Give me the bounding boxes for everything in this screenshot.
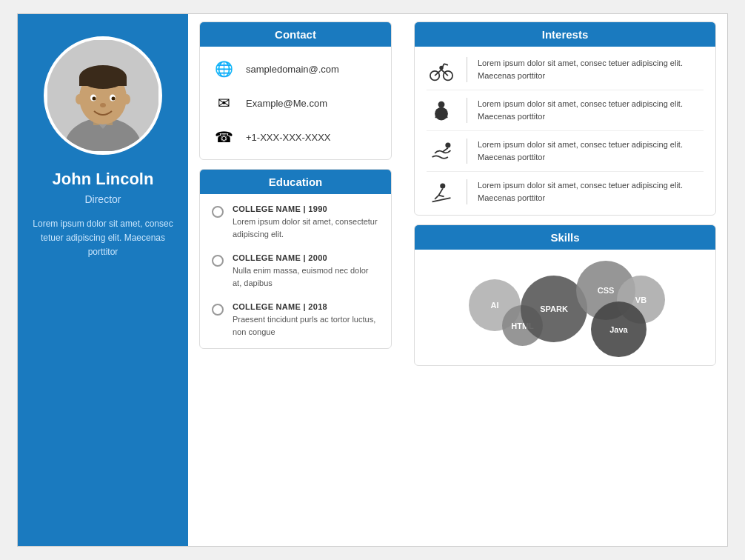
education-body: COLLEGE NAME | 1990 Lorem ipsum dolor si…: [200, 194, 391, 348]
globe-icon: 🌐: [212, 57, 235, 81]
edu-desc: Lorem ipsum dolor sit amet, consectetur …: [233, 216, 379, 240]
skills-body: AIHTMLSPARKCSSVBJava: [415, 250, 715, 365]
contact-text: Example@Me.com: [246, 98, 327, 109]
contact-item: 🌐 sampledomain@.com: [212, 57, 379, 81]
person-name: John Lincoln: [53, 170, 154, 189]
edu-dot: [212, 255, 224, 267]
education-item: COLLEGE NAME | 1990 Lorem ipsum dolor si…: [212, 204, 379, 240]
interest-text: Lorem ipsum dolor sit amet, consec tetue…: [478, 139, 704, 164]
interests-card: Interests Lorem ipsum dolor sit amet, co…: [414, 21, 716, 216]
contact-body: 🌐 sampledomain@.com ✉ Example@Me.com ☎ +…: [200, 47, 391, 159]
swimming-icon: [427, 139, 456, 164]
right-column: Interests Lorem ipsum dolor sit amet, co…: [403, 14, 727, 546]
education-header: Education: [200, 170, 391, 194]
skills-header: Skills: [415, 225, 715, 250]
skill-circle: Java: [591, 301, 647, 357]
edu-title: COLLEGE NAME | 1990: [233, 204, 379, 213]
middle-column: Contact 🌐 sampledomain@.com ✉ Example@Me…: [188, 14, 403, 546]
interest-divider: [467, 179, 467, 204]
interest-text: Lorem ipsum dolor sit amet, consec tetue…: [478, 98, 704, 123]
education-item: COLLEGE NAME | 2018 Praesent tincidunt p…: [212, 302, 379, 338]
skills-card: Skills AIHTMLSPARKCSSVBJava: [414, 224, 716, 366]
edu-dot: [212, 304, 224, 316]
edu-dot: [212, 206, 224, 218]
interest-item: Lorem ipsum dolor sit amet, consec tetue…: [427, 50, 704, 90]
interest-text: Lorem ipsum dolor sit amet, consec tetue…: [478, 57, 704, 82]
email-icon: ✉: [212, 91, 235, 115]
football-icon: [427, 98, 456, 123]
avatar: [44, 36, 162, 155]
education-item: COLLEGE NAME | 2000 Nulla enim massa, eu…: [212, 253, 379, 289]
contact-header: Contact: [200, 22, 391, 47]
svg-line-26: [443, 148, 448, 152]
svg-line-20: [444, 64, 448, 65]
svg-point-21: [435, 107, 448, 121]
edu-title: COLLEGE NAME | 2000: [233, 253, 379, 262]
interest-divider: [467, 98, 467, 123]
person-bio: Lorem ipsum dolor sit amet, consec tetue…: [33, 217, 173, 260]
contact-item: ☎ +1-XXX-XXX-XXXX: [212, 125, 379, 149]
resume-container: John Lincoln Director Lorem ipsum dolor …: [17, 13, 728, 547]
contact-text: +1-XXX-XXX-XXXX: [246, 132, 331, 143]
interests-body: Lorem ipsum dolor sit amet, consec tetue…: [415, 47, 715, 215]
interest-text: Lorem ipsum dolor sit amet, consec tetue…: [478, 179, 704, 204]
svg-rect-6: [79, 77, 127, 86]
phone-icon: ☎: [212, 125, 235, 149]
person-title: Director: [84, 193, 121, 205]
svg-point-11: [100, 103, 106, 107]
contact-item: ✉ Example@Me.com: [212, 91, 379, 115]
contact-text: sampledomain@.com: [246, 64, 339, 75]
diving-icon: [427, 179, 456, 204]
svg-point-22: [438, 101, 445, 108]
contact-card: Contact 🌐 sampledomain@.com ✉ Example@Me…: [199, 21, 392, 160]
interests-header: Interests: [415, 22, 715, 47]
skills-circles: AIHTMLSPARKCSSVBJava: [461, 257, 669, 353]
interest-item: Lorem ipsum dolor sit amet, consec tetue…: [427, 172, 704, 212]
svg-point-10: [112, 97, 116, 101]
sidebar: John Lincoln Director Lorem ipsum dolor …: [18, 14, 188, 546]
svg-point-12: [76, 94, 83, 104]
interest-divider: [467, 139, 467, 164]
education-card: Education COLLEGE NAME | 1990 Lorem ipsu…: [199, 169, 392, 349]
edu-title: COLLEGE NAME | 2018: [233, 302, 379, 311]
interest-item: Lorem ipsum dolor sit amet, consec tetue…: [427, 131, 704, 172]
svg-point-25: [445, 143, 450, 148]
interest-divider: [467, 57, 467, 82]
edu-desc: Praesent tincidunt purls ac tortor luctu…: [233, 313, 379, 338]
svg-point-9: [93, 97, 96, 101]
edu-content: COLLEGE NAME | 1990 Lorem ipsum dolor si…: [233, 204, 379, 240]
svg-point-13: [123, 94, 130, 104]
edu-desc: Nulla enim massa, euismod nec dolor at, …: [233, 264, 379, 289]
edu-content: COLLEGE NAME | 2000 Nulla enim massa, eu…: [233, 253, 379, 289]
interest-item: Lorem ipsum dolor sit amet, consec tetue…: [427, 90, 704, 131]
cycling-icon: [427, 57, 456, 82]
edu-content: COLLEGE NAME | 2018 Praesent tincidunt p…: [233, 302, 379, 338]
svg-point-27: [440, 184, 445, 189]
